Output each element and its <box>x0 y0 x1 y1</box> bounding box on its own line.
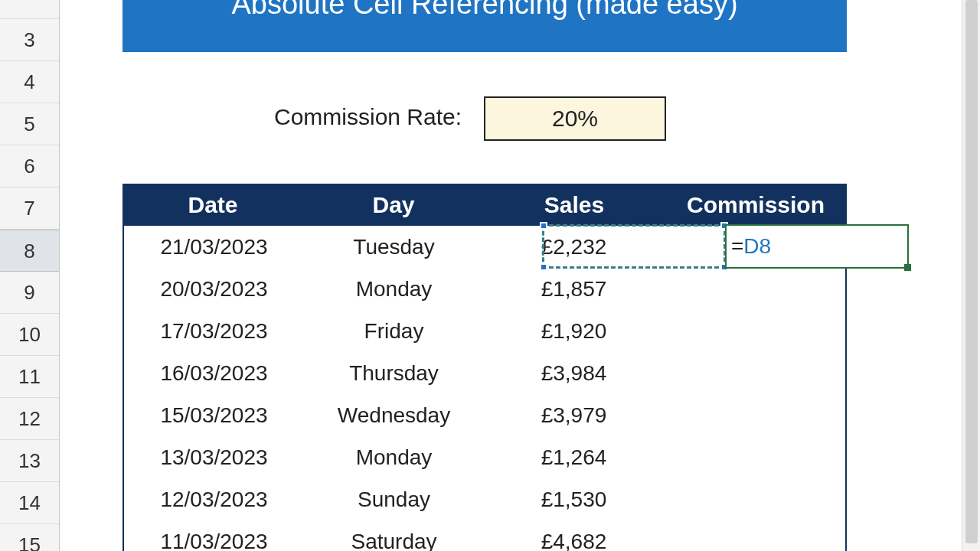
sheet-area[interactable]: Absolute Cell Referencing (made easy) Co… <box>60 0 957 551</box>
row-header[interactable]: 6 <box>0 145 59 187</box>
row-header-active[interactable]: 8 <box>0 230 59 272</box>
commission-rate-cell[interactable]: 20% <box>484 96 666 141</box>
title-banner: Absolute Cell Referencing (made easy) <box>122 0 847 52</box>
cell-date[interactable]: 16/03/2023 <box>124 361 304 386</box>
active-edit-cell[interactable]: =D8 <box>725 224 909 269</box>
row-header[interactable]: 7 <box>0 187 59 230</box>
table-row: 13/03/2023 Monday £1,264 <box>124 436 845 478</box>
cell-date[interactable]: 15/03/2023 <box>124 403 304 428</box>
cell-day[interactable]: Friday <box>304 319 484 344</box>
cell-day[interactable]: Thursday <box>304 361 484 386</box>
row-header-gutter: 3 4 5 6 7 8 9 10 11 12 13 14 15 <box>0 0 60 551</box>
table-row: 15/03/2023 Wednesday £3,979 <box>124 394 845 436</box>
row-header-spacer <box>0 0 59 19</box>
cell-sales[interactable]: £1,920 <box>484 319 664 344</box>
table-header-row: Date Day Sales Commission <box>122 184 847 226</box>
table-row: 16/03/2023 Thursday £3,984 <box>124 352 845 394</box>
cell-date[interactable]: 20/03/2023 <box>124 277 304 302</box>
table-row: 17/03/2023 Friday £1,920 <box>124 310 845 352</box>
cell-sales[interactable]: £4,682 <box>484 530 664 552</box>
row-header[interactable]: 11 <box>0 356 59 398</box>
table-row: 20/03/2023 Monday £1,857 <box>124 268 845 310</box>
cell-date[interactable]: 13/03/2023 <box>124 445 304 470</box>
row-header[interactable]: 9 <box>0 272 59 314</box>
cell-sales[interactable]: £3,979 <box>484 403 664 428</box>
fill-handle-icon[interactable] <box>904 264 911 271</box>
cell-day[interactable]: Monday <box>304 277 484 302</box>
cell-date[interactable]: 11/03/2023 <box>124 530 304 552</box>
row-header[interactable]: 10 <box>0 314 59 356</box>
col-header-commission[interactable]: Commission <box>665 192 847 218</box>
scrollbar-thumb[interactable] <box>965 0 978 543</box>
col-header-sales[interactable]: Sales <box>484 192 665 218</box>
col-header-date[interactable]: Date <box>122 192 303 218</box>
commission-rate-label: Commission Rate: <box>274 104 462 130</box>
col-header-day[interactable]: Day <box>303 192 484 218</box>
cell-day[interactable]: Sunday <box>304 487 484 512</box>
formula-equals: = <box>731 234 743 258</box>
cell-sales[interactable]: £2,232 <box>484 235 664 259</box>
cell-date[interactable]: 17/03/2023 <box>124 319 304 344</box>
cell-day[interactable]: Tuesday <box>304 235 484 259</box>
cell-date[interactable]: 12/03/2023 <box>124 487 304 512</box>
table-row: 11/03/2023 Saturday £4,682 <box>124 520 845 551</box>
cell-sales[interactable]: £1,530 <box>484 487 664 512</box>
row-header[interactable]: 3 <box>0 19 59 61</box>
table-body: 21/03/2023 Tuesday £2,232 20/03/2023 Mon… <box>122 226 847 551</box>
cell-sales[interactable]: £1,264 <box>484 445 664 470</box>
row-header[interactable]: 15 <box>0 524 59 551</box>
formula-reference: D8 <box>743 234 771 258</box>
cell-day[interactable]: Wednesday <box>304 403 484 428</box>
row-header[interactable]: 13 <box>0 440 59 482</box>
table-row: 12/03/2023 Sunday £1,530 <box>124 478 845 520</box>
cell-date[interactable]: 21/03/2023 <box>124 235 304 259</box>
row-header[interactable]: 12 <box>0 398 59 440</box>
row-header[interactable]: 14 <box>0 482 59 524</box>
title-text: Absolute Cell Referencing (made easy) <box>231 0 737 20</box>
row-header[interactable]: 5 <box>0 103 59 145</box>
vertical-scrollbar[interactable] <box>962 0 980 551</box>
cell-sales[interactable]: £1,857 <box>484 277 664 302</box>
spreadsheet-viewport: 3 4 5 6 7 8 9 10 11 12 13 14 15 Absolute… <box>0 0 980 551</box>
cell-sales[interactable]: £3,984 <box>484 361 664 386</box>
cell-day[interactable]: Monday <box>304 445 484 470</box>
cell-day[interactable]: Saturday <box>304 530 484 552</box>
row-header[interactable]: 4 <box>0 61 59 103</box>
